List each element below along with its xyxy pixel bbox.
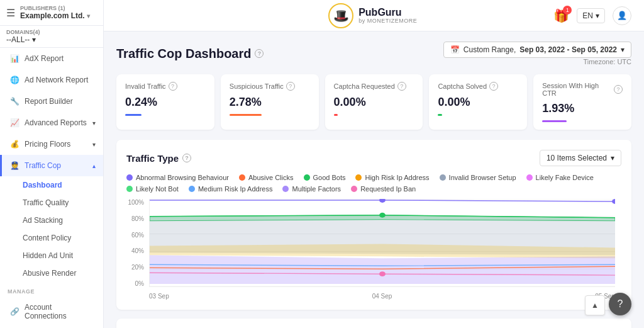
domains-bar: DOMAINS(4) --ALL-- ▾ (0, 26, 103, 48)
sidebar-sub-abusive-render[interactable]: Abusive Render (0, 264, 103, 282)
sidebar-item-label: AdX Report (25, 54, 64, 63)
stat-card-title: Session With High CTR ? (542, 82, 623, 97)
legend-item-requested-ip-ban: Requested Ip Ban (351, 185, 416, 193)
legend-item-invalid-browser: Invalid Browser Setup (440, 174, 516, 181)
topbar-center: 🎩 PubGuru by MONETIZEMORE (328, 3, 417, 28)
stat-card-title: Captcha Requested ? (334, 82, 414, 91)
domains-label: DOMAINS(4) (6, 29, 97, 35)
stat-value: 2.78% (230, 96, 310, 109)
stat-bar (125, 114, 142, 116)
chart-svg (150, 199, 615, 286)
gift-button[interactable]: 🎁 1 (553, 8, 569, 23)
section-header: Traffic Type ? 10 Items Selected ▾ (126, 150, 621, 166)
legend-dot (526, 174, 533, 181)
traffic-cop-icon: 👮 (9, 161, 19, 171)
stat-value: 0.00% (438, 96, 518, 109)
page-title-info-icon[interactable]: ? (255, 49, 264, 58)
sidebar-item-ad-network-report[interactable]: 🌐 Ad Network Report (0, 69, 103, 91)
publisher-info: PUBLISHERS (1) Example.com Ltd. ▾ (20, 5, 90, 20)
legend-item-abnormal-browsing: Abnormal Browsing Behaviour (126, 174, 229, 181)
sidebar-item-pricing-floors[interactable]: 💰 Pricing Floors ▾ (0, 133, 103, 155)
stat-bar (230, 114, 262, 116)
stat-card-suspicious-traffic: Suspicious Traffic ? 2.78% (221, 74, 319, 130)
sidebar-item-traffic-cop[interactable]: 👮 Traffic Cop ▴ (0, 155, 103, 176)
chevron-down-icon: ▾ (621, 45, 625, 54)
stat-value: 1.93% (542, 102, 623, 115)
stat-value: 0.24% (125, 96, 206, 109)
sidebar-sub-traffic-quality[interactable]: Traffic Quality (0, 194, 103, 212)
page-header: Traffic Cop Dashboard ? 📅 Custom Range, … (116, 42, 631, 65)
topbar: 🎩 PubGuru by MONETIZEMORE 🎁 1 EN ▾ 👤 (104, 0, 644, 31)
sidebar-item-label: Account Connections (25, 303, 96, 320)
items-selected-dropdown[interactable]: 10 Items Selected ▾ (540, 150, 621, 166)
sidebar-item-advanced-reports[interactable]: 📈 Advanced Reports ▾ (0, 112, 103, 133)
traffic-type-chart: 100% 80% 60% 40% 20% 0% (126, 199, 621, 300)
account-connections-icon: 🔗 (9, 307, 19, 317)
sidebar-sub-hidden-ad-unit[interactable]: Hidden Ad Unit (0, 247, 103, 264)
sidebar-sub-dashboard[interactable]: Dashboard (0, 176, 103, 194)
sidebar-item-adx-report[interactable]: 📊 AdX Report (0, 48, 103, 69)
chart-y-labels: 100% 80% 60% 40% 20% 0% (126, 199, 147, 287)
legend-dot (304, 174, 310, 181)
timezone-text: Timezone: UTC (443, 58, 631, 65)
publisher-name[interactable]: Example.com Ltd. ▾ (20, 11, 90, 20)
svg-point-10 (379, 271, 386, 276)
svg-point-13 (612, 199, 615, 204)
ivt-by-country-section: IVT by Country ? Country Percentage Page… (116, 319, 631, 328)
legend-item-good-bots: Good Bots (304, 174, 346, 181)
calendar-icon: 📅 (450, 45, 460, 54)
sidebar-header: ☰ PUBLISHERS (1) Example.com Ltd. ▾ (0, 0, 103, 26)
legend-dot (440, 174, 446, 181)
date-range-button[interactable]: 📅 Custom Range, Sep 03, 2022 - Sep 05, 2… (443, 42, 631, 58)
logo-text: PubGuru (358, 8, 417, 18)
svg-point-11 (379, 213, 386, 218)
sidebar: ☰ PUBLISHERS (1) Example.com Ltd. ▾ DOMA… (0, 0, 104, 328)
session-high-ctr-info-icon[interactable]: ? (614, 85, 623, 94)
stat-card-captcha-requested: Captcha Requested ? 0.00% (325, 74, 423, 130)
main-content: 🎩 PubGuru by MONETIZEMORE 🎁 1 EN ▾ 👤 Tra… (104, 0, 644, 328)
stat-card-captcha-solved: Captcha Solved ? 0.00% (429, 74, 527, 130)
hamburger-icon[interactable]: ☰ (6, 7, 15, 19)
user-button[interactable]: 👤 (613, 6, 631, 25)
gift-badge: 1 (563, 6, 572, 14)
legend-dot (351, 186, 357, 192)
chart-x-labels: 03 Sep 04 Sep 05 Sep (149, 293, 615, 300)
date-range-block: 📅 Custom Range, Sep 03, 2022 - Sep 05, 2… (443, 42, 631, 65)
chevron-down-icon: ▾ (92, 141, 96, 148)
sidebar-sub-ad-stacking[interactable]: Ad Stacking (0, 212, 103, 229)
sidebar-item-report-builder[interactable]: 🔧 Report Builder (0, 91, 103, 112)
captcha-requested-info-icon[interactable]: ? (397, 82, 406, 91)
chart-plot-area (149, 199, 615, 287)
svg-point-12 (379, 199, 386, 203)
language-button[interactable]: EN ▾ (577, 8, 605, 23)
chevron-down-icon: ▾ (611, 154, 614, 162)
stat-card-session-high-ctr: Session With High CTR ? 1.93% (533, 74, 631, 130)
sidebar-item-label: Report Builder (25, 97, 73, 106)
help-button[interactable]: ? (609, 293, 631, 315)
stat-card-title: Captcha Solved ? (438, 82, 518, 91)
page-content: Traffic Cop Dashboard ? 📅 Custom Range, … (104, 31, 644, 328)
sidebar-item-label: Traffic Cop (25, 161, 61, 170)
sidebar-sub-content-policy[interactable]: Content Policy (0, 229, 103, 247)
scroll-up-button[interactable]: ▲ (585, 295, 605, 315)
legend-dot (126, 174, 133, 181)
suspicious-traffic-info-icon[interactable]: ? (286, 82, 295, 91)
advanced-reports-icon: 📈 (9, 118, 19, 128)
svg-marker-9 (150, 255, 615, 284)
traffic-type-info-icon[interactable]: ? (182, 154, 191, 162)
stat-cards: Invalid Traffic ? 0.24% Suspicious Traff… (116, 74, 631, 130)
invalid-traffic-info-icon[interactable]: ? (169, 82, 177, 91)
legend-dot (355, 174, 362, 181)
legend-item-high-risk-ip: High Risk Ip Address (355, 174, 429, 181)
legend-dot (126, 186, 133, 192)
stat-bar (438, 114, 441, 116)
chart-legend: Abnormal Browsing Behaviour Abusive Clic… (126, 174, 621, 193)
date-range-text: Sep 03, 2022 - Sep 05, 2022 (519, 45, 617, 54)
domains-select[interactable]: --ALL-- ▾ (6, 35, 97, 44)
legend-item-medium-risk-ip: Medium Risk Ip Address (189, 185, 273, 193)
sidebar-item-account-connections[interactable]: 🔗 Account Connections (0, 297, 103, 326)
manage-label: MANAGE (0, 282, 103, 297)
stat-value: 0.00% (334, 96, 414, 109)
captcha-solved-info-icon[interactable]: ? (489, 82, 498, 91)
stat-card-title: Suspicious Traffic ? (230, 82, 310, 91)
